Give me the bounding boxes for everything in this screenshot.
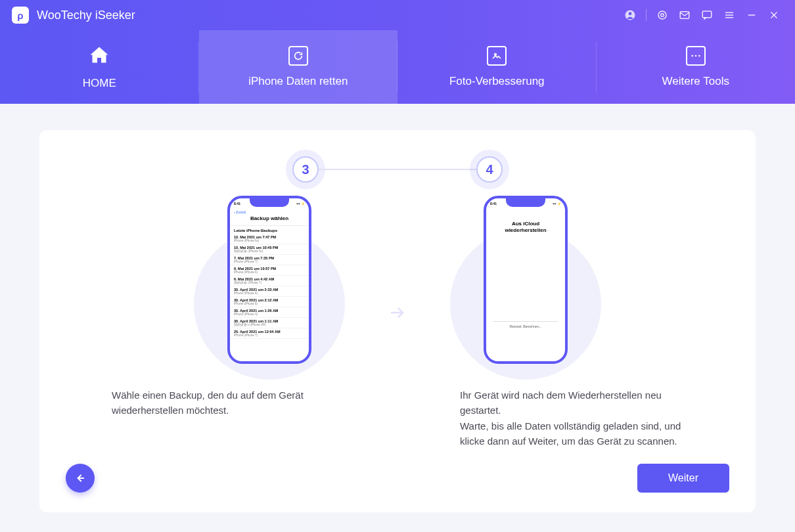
image-icon bbox=[487, 46, 507, 66]
backup-row: 30. April 2021 um 2:33 AMiPhone (iPhone … bbox=[230, 286, 309, 297]
tab-photo-label: Foto-Verbesserung bbox=[449, 75, 545, 88]
nav-bar: HOME iPhone Daten retten Foto-Verbesseru… bbox=[0, 30, 795, 104]
phone2-time: 8:41 bbox=[490, 202, 497, 209]
svg-rect-5 bbox=[702, 11, 712, 18]
app-logo: ρ bbox=[12, 7, 29, 24]
next-button[interactable]: Weiter bbox=[637, 464, 729, 493]
title-bar: ρ WooTechy iSeeker bbox=[0, 0, 795, 30]
target-icon[interactable] bbox=[653, 6, 671, 24]
svg-point-3 bbox=[661, 14, 664, 17]
chat-icon[interactable] bbox=[698, 6, 716, 24]
minimize-icon[interactable] bbox=[742, 6, 761, 24]
back-button[interactable] bbox=[66, 464, 95, 493]
tab-recover[interactable]: iPhone Daten retten bbox=[199, 30, 398, 104]
backup-row: 30. April 2021 um 1:11 AM我的设备's (iPhone … bbox=[230, 318, 309, 328]
caption-step4: Ihr Gerät wird nach dem Wiederherstellen… bbox=[460, 388, 683, 449]
backup-row: 30. April 2021 um 1:26 AMiPhone (iPhone … bbox=[230, 307, 309, 318]
backup-row: 30. April 2021 um 2:12 AMiPhone (iPhone … bbox=[230, 297, 309, 307]
mail-icon[interactable] bbox=[675, 6, 694, 24]
phone1-back: ‹ Zurück bbox=[234, 210, 246, 214]
account-icon[interactable] bbox=[621, 6, 639, 24]
phone-col-1: 8:41••• ⚡ ‹ Zurück Backup wählen Letzte … bbox=[200, 196, 338, 364]
step-4: 4 bbox=[476, 156, 503, 183]
menu-icon[interactable] bbox=[720, 6, 738, 24]
logo-glyph: ρ bbox=[17, 10, 23, 21]
phone-col-2: 8:41••• ⚡ Aus iCloudwiederherstellen Res… bbox=[457, 196, 595, 364]
next-button-label: Weiter bbox=[668, 472, 698, 484]
captions-row: Wähle einen Backup, den du auf dem Gerät… bbox=[79, 388, 716, 449]
tab-photo[interactable]: Foto-Verbesserung bbox=[398, 30, 597, 104]
tab-more[interactable]: Weitere Tools bbox=[597, 30, 796, 104]
svg-point-15 bbox=[698, 55, 700, 57]
svg-point-13 bbox=[691, 55, 693, 57]
tab-recover-label: iPhone Daten retten bbox=[248, 75, 348, 88]
step-3: 3 bbox=[292, 156, 319, 183]
svg-point-2 bbox=[658, 11, 666, 19]
phone1-time: 8:41 bbox=[234, 202, 240, 209]
close-icon[interactable] bbox=[765, 6, 783, 24]
backup-row: 25. April 2021 um 12:54 AMiPhone (iPhone… bbox=[230, 328, 309, 339]
phone-mock-2: 8:41••• ⚡ Aus iCloudwiederherstellen Res… bbox=[484, 196, 568, 364]
app-title: WooTechy iSeeker bbox=[37, 9, 135, 22]
step-indicator: 3 4 bbox=[79, 156, 716, 183]
phone1-title: Backup wählen bbox=[234, 215, 305, 221]
home-icon bbox=[86, 44, 112, 68]
tab-home[interactable]: HOME bbox=[0, 30, 199, 104]
backup-row: 7. Mai 2021 um 7:35 PMiPhone (iPhone 7) bbox=[230, 255, 309, 265]
phone1-subtitle: Letzte iPhone-Backups bbox=[230, 226, 309, 234]
phone-mock-1: 8:41••• ⚡ ‹ Zurück Backup wählen Letzte … bbox=[227, 196, 311, 364]
step-connector bbox=[319, 169, 476, 170]
backup-list: 10. Mai 2021 um 7:47 PMiPhone (iPhone 6s… bbox=[230, 234, 309, 361]
backup-row: 10. Mai 2021 um 7:47 PMiPhone (iPhone 6s… bbox=[230, 234, 309, 244]
phone2-title: Aus iCloudwiederherstellen bbox=[486, 209, 565, 234]
phones-row: 8:41••• ⚡ ‹ Zurück Backup wählen Letzte … bbox=[79, 196, 716, 364]
caption-step3: Wähle einen Backup, den du auf dem Gerät… bbox=[112, 388, 335, 449]
arrow-icon bbox=[384, 299, 411, 326]
tab-more-label: Weitere Tools bbox=[662, 75, 729, 88]
backup-row: 10. Mai 2021 um 10:45 PM我的设备 (iPhone 5s) bbox=[230, 244, 309, 255]
svg-point-1 bbox=[629, 12, 632, 15]
svg-point-14 bbox=[694, 55, 696, 57]
content-card: 3 4 8:41••• ⚡ ‹ Zurück Backup wählen Let… bbox=[39, 130, 756, 512]
phone2-progress: Restzeit: Berechnen... bbox=[493, 324, 558, 328]
more-icon bbox=[686, 46, 706, 66]
backup-row: 6. Mai 2021 um 10:57 PMiPhone (iPhone 6) bbox=[230, 265, 309, 276]
backup-row: 6. Mai 2021 um 4:42 AM我的设备 (iPhone 7) bbox=[230, 276, 309, 286]
tab-home-label: HOME bbox=[83, 77, 116, 90]
main-area: 3 4 8:41••• ⚡ ‹ Zurück Backup wählen Let… bbox=[0, 104, 795, 532]
refresh-icon bbox=[288, 46, 308, 66]
titlebar-controls bbox=[621, 6, 783, 24]
